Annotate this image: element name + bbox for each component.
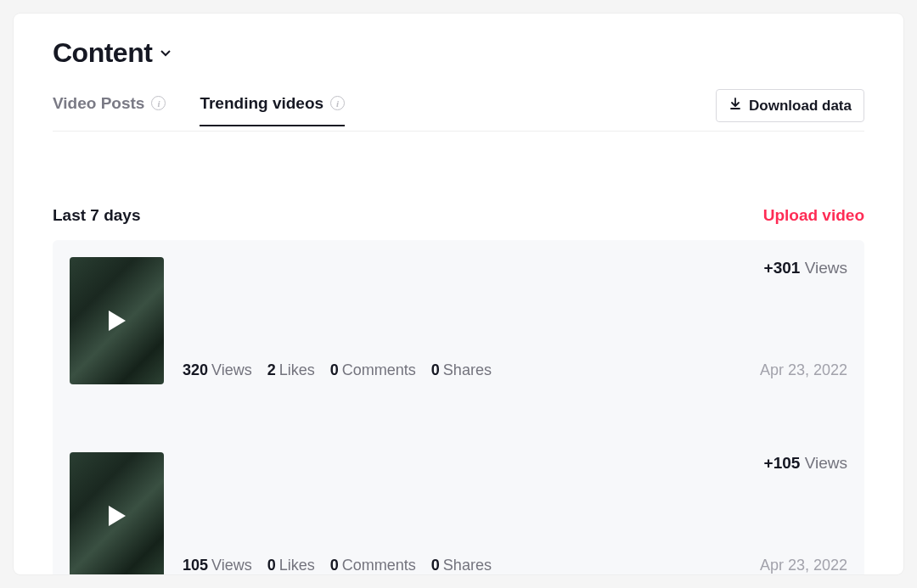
item-gap: [53, 401, 864, 435]
video-thumbnail[interactable]: [70, 257, 164, 384]
item-stats-col: 320Views 2Likes 0Comments 0Shares: [183, 257, 741, 384]
views-delta: +105 Views: [764, 454, 847, 473]
main-card: Content Video Posts i Trending videos i: [14, 14, 903, 574]
views-stat: 320Views: [183, 361, 252, 379]
info-icon[interactable]: i: [330, 96, 345, 110]
item-stats-col: 105Views 0Likes 0Comments 0Shares: [183, 452, 741, 574]
item-stats: 105Views 0Likes 0Comments 0Shares: [183, 557, 741, 574]
tabs: Video Posts i Trending videos i: [53, 94, 345, 126]
views-delta: +301 Views: [764, 259, 847, 277]
download-icon: [729, 97, 742, 115]
list-item: 105Views 0Likes 0Comments 0Shares +105 V…: [53, 435, 864, 574]
page-title: Content: [53, 37, 152, 69]
item-date: Apr 23, 2022: [760, 557, 847, 574]
page-title-row: Content: [53, 37, 864, 69]
shares-stat: 0Shares: [431, 361, 492, 379]
section-header: Last 7 days Upload video: [53, 206, 864, 225]
tab-trending-videos[interactable]: Trending videos i: [200, 94, 345, 126]
views-stat: 105Views: [183, 557, 252, 574]
likes-stat: 2Likes: [267, 361, 315, 379]
item-right-col: +301 Views Apr 23, 2022: [760, 257, 847, 384]
tab-video-posts[interactable]: Video Posts i: [53, 94, 166, 126]
comments-stat: 0Comments: [330, 557, 416, 574]
tab-label: Trending videos: [200, 94, 323, 113]
item-right-col: +105 Views Apr 23, 2022: [760, 452, 847, 574]
title-dropdown-caret-icon[interactable]: [160, 48, 172, 59]
item-stats: 320Views 2Likes 0Comments 0Shares: [183, 361, 741, 379]
upload-video-link[interactable]: Upload video: [763, 206, 864, 225]
tabs-row: Video Posts i Trending videos i Download…: [53, 89, 864, 132]
comments-stat: 0Comments: [330, 361, 416, 379]
info-icon[interactable]: i: [151, 96, 166, 110]
section-title: Last 7 days: [53, 206, 141, 225]
download-data-button[interactable]: Download data: [716, 89, 864, 122]
video-thumbnail[interactable]: [70, 452, 164, 574]
likes-stat: 0Likes: [267, 557, 315, 574]
video-list: 320Views 2Likes 0Comments 0Shares +301 V…: [53, 240, 864, 574]
item-date: Apr 23, 2022: [760, 361, 847, 379]
download-label: Download data: [749, 98, 852, 115]
play-icon: [107, 309, 127, 333]
play-icon: [107, 504, 127, 528]
shares-stat: 0Shares: [431, 557, 492, 574]
tab-label: Video Posts: [53, 94, 144, 113]
list-item: 320Views 2Likes 0Comments 0Shares +301 V…: [53, 240, 864, 401]
